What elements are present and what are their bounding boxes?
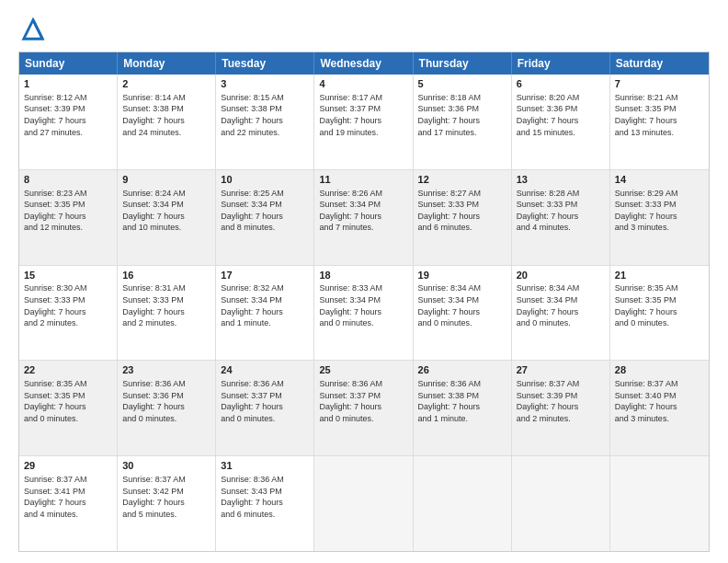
calendar-cell: 2Sunrise: 8:14 AMSunset: 3:38 PMDaylight… (118, 75, 216, 169)
cell-info: Sunrise: 8:24 AMSunset: 3:34 PMDaylight:… (122, 189, 186, 233)
calendar-cell: 7Sunrise: 8:21 AMSunset: 3:35 PMDaylight… (610, 75, 709, 169)
cell-info: Sunrise: 8:25 AMSunset: 3:34 PMDaylight:… (221, 189, 284, 233)
header (18, 17, 710, 42)
cell-info: Sunrise: 8:21 AMSunset: 3:35 PMDaylight:… (615, 93, 678, 137)
day-number: 23 (122, 363, 210, 377)
day-number: 25 (319, 363, 407, 377)
calendar-cell: 19Sunrise: 8:34 AMSunset: 3:34 PMDayligh… (414, 266, 512, 361)
calendar-cell: 18Sunrise: 8:33 AMSunset: 3:34 PMDayligh… (314, 266, 413, 361)
calendar-cell: 25Sunrise: 8:36 AMSunset: 3:37 PMDayligh… (314, 361, 413, 455)
cell-info: Sunrise: 8:18 AMSunset: 3:36 PMDaylight:… (418, 93, 482, 137)
calendar-cell: 9Sunrise: 8:24 AMSunset: 3:34 PMDaylight… (118, 170, 216, 265)
day-number: 15 (24, 269, 112, 282)
calendar-cell (314, 456, 413, 551)
cell-info: Sunrise: 8:34 AMSunset: 3:34 PMDaylight:… (517, 283, 580, 327)
calendar-cell: 16Sunrise: 8:31 AMSunset: 3:33 PMDayligh… (118, 266, 216, 361)
cell-info: Sunrise: 8:36 AMSunset: 3:37 PMDaylight:… (319, 379, 382, 423)
day-number: 17 (221, 269, 309, 282)
cell-info: Sunrise: 8:34 AMSunset: 3:34 PMDaylight:… (418, 283, 482, 327)
calendar-cell: 21Sunrise: 8:35 AMSunset: 3:35 PMDayligh… (610, 266, 709, 361)
day-number: 16 (122, 269, 210, 282)
cell-info: Sunrise: 8:35 AMSunset: 3:35 PMDaylight:… (24, 379, 87, 423)
cell-info: Sunrise: 8:31 AMSunset: 3:33 PMDaylight:… (122, 283, 186, 327)
calendar-body: 1Sunrise: 8:12 AMSunset: 3:39 PMDaylight… (19, 75, 709, 551)
cell-info: Sunrise: 8:28 AMSunset: 3:33 PMDaylight:… (517, 189, 580, 233)
day-number: 20 (517, 269, 605, 282)
day-number: 31 (221, 459, 309, 473)
cell-info: Sunrise: 8:37 AMSunset: 3:40 PMDaylight:… (615, 379, 678, 423)
calendar-cell: 29Sunrise: 8:37 AMSunset: 3:41 PMDayligh… (19, 456, 118, 551)
logo-icon (20, 17, 46, 42)
calendar-cell: 11Sunrise: 8:26 AMSunset: 3:34 PMDayligh… (314, 170, 413, 265)
day-number: 26 (418, 363, 506, 377)
calendar-cell: 3Sunrise: 8:15 AMSunset: 3:38 PMDaylight… (216, 75, 314, 169)
cell-info: Sunrise: 8:32 AMSunset: 3:34 PMDaylight:… (221, 283, 284, 327)
svg-line-1 (33, 20, 42, 40)
day-number: 18 (319, 269, 407, 282)
cell-info: Sunrise: 8:29 AMSunset: 3:33 PMDaylight:… (615, 189, 678, 233)
calendar-cell: 14Sunrise: 8:29 AMSunset: 3:33 PMDayligh… (610, 170, 709, 265)
day-number: 30 (122, 459, 210, 473)
day-number: 7 (615, 77, 704, 91)
cell-info: Sunrise: 8:33 AMSunset: 3:34 PMDaylight:… (319, 283, 382, 327)
cell-info: Sunrise: 8:37 AMSunset: 3:39 PMDaylight:… (517, 379, 580, 423)
cell-info: Sunrise: 8:37 AMSunset: 3:42 PMDaylight:… (122, 475, 186, 519)
calendar-cell: 5Sunrise: 8:18 AMSunset: 3:36 PMDaylight… (414, 75, 512, 169)
cell-info: Sunrise: 8:26 AMSunset: 3:34 PMDaylight:… (319, 189, 382, 233)
day-number: 6 (517, 77, 605, 91)
calendar-cell: 23Sunrise: 8:36 AMSunset: 3:36 PMDayligh… (118, 361, 216, 455)
calendar-cell: 12Sunrise: 8:27 AMSunset: 3:33 PMDayligh… (414, 170, 512, 265)
cell-info: Sunrise: 8:35 AMSunset: 3:35 PMDaylight:… (615, 283, 678, 327)
cell-info: Sunrise: 8:12 AMSunset: 3:39 PMDaylight:… (24, 93, 87, 137)
cell-info: Sunrise: 8:14 AMSunset: 3:38 PMDaylight:… (122, 93, 186, 137)
calendar-cell: 6Sunrise: 8:20 AMSunset: 3:36 PMDaylight… (512, 75, 610, 169)
calendar-cell: 30Sunrise: 8:37 AMSunset: 3:42 PMDayligh… (118, 456, 216, 551)
calendar-header: SundayMondayTuesdayWednesdayThursdayFrid… (19, 52, 709, 75)
cell-info: Sunrise: 8:37 AMSunset: 3:41 PMDaylight:… (24, 475, 87, 519)
day-number: 4 (319, 77, 407, 91)
cell-info: Sunrise: 8:15 AMSunset: 3:38 PMDaylight:… (221, 93, 284, 137)
weekday-header: Tuesday (216, 52, 314, 75)
day-number: 28 (615, 363, 704, 377)
day-number: 29 (24, 459, 112, 473)
cell-info: Sunrise: 8:36 AMSunset: 3:36 PMDaylight:… (122, 379, 186, 423)
cell-info: Sunrise: 8:20 AMSunset: 3:36 PMDaylight:… (517, 93, 580, 137)
day-number: 27 (517, 363, 605, 377)
day-number: 3 (221, 77, 309, 91)
calendar-row: 15Sunrise: 8:30 AMSunset: 3:33 PMDayligh… (19, 265, 709, 361)
day-number: 9 (122, 173, 210, 187)
calendar-cell: 10Sunrise: 8:25 AMSunset: 3:34 PMDayligh… (216, 170, 314, 265)
calendar-row: 29Sunrise: 8:37 AMSunset: 3:41 PMDayligh… (19, 455, 709, 551)
weekday-header: Wednesday (314, 52, 413, 75)
cell-info: Sunrise: 8:36 AMSunset: 3:43 PMDaylight:… (221, 475, 284, 519)
calendar-cell: 22Sunrise: 8:35 AMSunset: 3:35 PMDayligh… (19, 361, 118, 455)
calendar-row: 22Sunrise: 8:35 AMSunset: 3:35 PMDayligh… (19, 360, 709, 455)
calendar-cell: 31Sunrise: 8:36 AMSunset: 3:43 PMDayligh… (216, 456, 314, 551)
calendar-cell: 27Sunrise: 8:37 AMSunset: 3:39 PMDayligh… (512, 361, 610, 455)
weekday-header: Thursday (414, 52, 512, 75)
day-number: 1 (24, 77, 112, 91)
calendar: SundayMondayTuesdayWednesdayThursdayFrid… (18, 52, 710, 552)
calendar-cell: 1Sunrise: 8:12 AMSunset: 3:39 PMDaylight… (19, 75, 118, 169)
calendar-cell (610, 456, 709, 551)
calendar-cell: 15Sunrise: 8:30 AMSunset: 3:33 PMDayligh… (19, 266, 118, 361)
day-number: 8 (24, 173, 112, 187)
day-number: 19 (418, 269, 506, 282)
cell-info: Sunrise: 8:36 AMSunset: 3:37 PMDaylight:… (221, 379, 284, 423)
calendar-cell: 24Sunrise: 8:36 AMSunset: 3:37 PMDayligh… (216, 361, 314, 455)
day-number: 5 (418, 77, 506, 91)
day-number: 12 (418, 173, 506, 187)
day-number: 13 (517, 173, 605, 187)
cell-info: Sunrise: 8:27 AMSunset: 3:33 PMDaylight:… (418, 189, 482, 233)
day-number: 14 (615, 173, 704, 187)
calendar-cell: 20Sunrise: 8:34 AMSunset: 3:34 PMDayligh… (512, 266, 610, 361)
day-number: 10 (221, 173, 309, 187)
calendar-cell: 28Sunrise: 8:37 AMSunset: 3:40 PMDayligh… (610, 361, 709, 455)
weekday-header: Friday (512, 52, 610, 75)
day-number: 24 (221, 363, 309, 377)
day-number: 11 (319, 173, 407, 187)
weekday-header: Sunday (19, 52, 118, 75)
day-number: 21 (615, 269, 704, 282)
cell-info: Sunrise: 8:36 AMSunset: 3:38 PMDaylight:… (418, 379, 482, 423)
calendar-cell: 4Sunrise: 8:17 AMSunset: 3:37 PMDaylight… (314, 75, 413, 169)
